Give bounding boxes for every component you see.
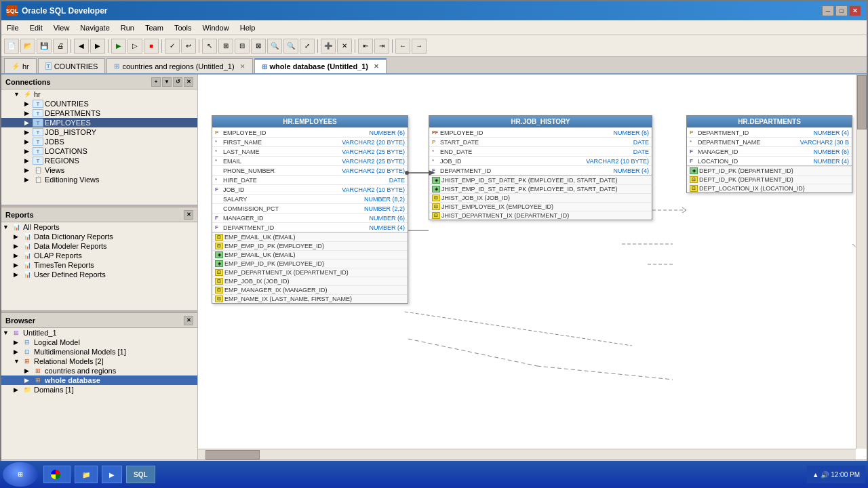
idx-row-2: ⊡ EMP_EMP_ID_PK (EMPLOYEE_ID) (212, 241, 408, 250)
jh-row-3: * END_DATE DATE (429, 146, 652, 156)
idx-unique-icon: ◈ (432, 186, 440, 192)
diagram-area[interactable]: HR.EMPLOYEES P EMPLOYEE_ID NUMBER (6) * … (198, 75, 867, 460)
tree-item-locations[interactable]: ▶ T LOCATIONS (1, 146, 197, 156)
taskbar-media[interactable]: ▶ (102, 466, 122, 483)
tree-item-departments[interactable]: ▶ T DEPARTMENTS (1, 108, 197, 118)
nav-back[interactable]: ← (395, 39, 410, 54)
tab-hr[interactable]: ⚡ hr (4, 58, 37, 73)
nav-prev[interactable]: ⇤ (358, 39, 373, 54)
save-button[interactable]: 💾 (37, 39, 52, 54)
tab-countries-regions[interactable]: ⊞ countries and regions (Untitled_1) ✕ (106, 58, 252, 73)
field-type: NUMBER (2,2) (364, 205, 405, 212)
open-button[interactable]: 📂 (20, 39, 35, 54)
emp-indexes: ⊡ EMP_EMAIL_UK (EMAIL) ⊡ EMP_EMP_ID_PK (… (212, 232, 408, 303)
label-views: Views (45, 166, 64, 174)
horizontal-scrollbar[interactable] (198, 449, 856, 460)
scroll-thumb-vertical[interactable] (857, 75, 867, 129)
start-button[interactable]: ⊞ (3, 462, 38, 487)
new-button[interactable]: 📄 (4, 39, 19, 54)
reports-close-icon[interactable]: ✕ (184, 210, 193, 220)
tree-item-countries-and-regions[interactable]: ▶ ⊞ countries and regions (1, 366, 197, 375)
run-script-button[interactable]: ▷ (127, 39, 142, 54)
connections-add-icon[interactable]: + (151, 77, 161, 87)
table-icon-regions: T (33, 157, 43, 165)
browser-close-icon[interactable]: ✕ (184, 316, 193, 325)
tree-item-domains[interactable]: ▶ 📁 Domains [1] (1, 385, 197, 394)
tab-close-icon-1[interactable]: ✕ (240, 63, 245, 70)
print-button[interactable]: 🖨 (53, 39, 68, 54)
tree-item-hr[interactable]: ▼ ⚡ hr (1, 89, 197, 99)
scroll-thumb-horizontal[interactable] (205, 450, 260, 460)
zoom-out-tool[interactable]: 🔍 (283, 39, 298, 54)
table-tool[interactable]: ⊟ (235, 39, 250, 54)
commit-button[interactable]: ✓ (165, 39, 180, 54)
back-button[interactable]: ◀ (74, 39, 89, 54)
tree-item-job-history[interactable]: ▶ T JOB_HISTORY (1, 127, 197, 137)
tree-item-regions[interactable]: ▶ T REGIONS (1, 156, 197, 165)
title-bar: SQL Oracle SQL Developer ─ □ ✕ (1, 1, 867, 20)
tree-item-multidim-models[interactable]: ▶ ⊡ Multidimensional Models [1] (1, 347, 197, 357)
forward-button[interactable]: ▶ (90, 39, 105, 54)
fit-tool[interactable]: ⤢ (300, 39, 315, 54)
tree-item-untitled1[interactable]: ▼ ⊞ Untitled_1 (1, 328, 197, 338)
tree-item-jobs[interactable]: ▶ T JOBS (1, 137, 197, 146)
menu-view[interactable]: View (48, 22, 75, 33)
window-title: Oracle SQL Developer (22, 6, 822, 16)
tree-item-all-reports[interactable]: ▼ 📊 All Reports (1, 222, 197, 232)
stop-button[interactable]: ■ (144, 39, 159, 54)
tree-item-relational-models[interactable]: ▼ ⊞ Relational Models [2] (1, 357, 197, 366)
rollback-button[interactable]: ↩ (181, 39, 196, 54)
zoom-in-tool[interactable]: 🔍 (267, 39, 282, 54)
tree-item-timesten-reports[interactable]: ▶ 📊 TimesTen Reports (1, 260, 197, 270)
select-tool[interactable]: ⊞ (218, 39, 233, 54)
idx-label: JHIST_EMP_ID_ST_DATE_PK (EMPLOYEE_ID, ST… (441, 177, 617, 184)
minimize-button[interactable]: ─ (822, 5, 834, 16)
tree-item-countries[interactable]: ▶ T COUNTRIES (1, 99, 197, 108)
nav-next[interactable]: ⇥ (374, 39, 389, 54)
maximize-button[interactable]: □ (835, 5, 848, 16)
tree-item-olap-reports[interactable]: ▶ 📊 OLAP Reports (1, 251, 197, 260)
taskbar-explorer[interactable]: 📁 (75, 466, 98, 483)
idx-label: EMP_EMP_ID_PK (EMPLOYEE_ID) (224, 243, 324, 249)
tree-item-data-modeler-reports[interactable]: ▶ 📊 Data Modeler Reports (1, 241, 197, 251)
tab-close-icon-2[interactable]: ✕ (374, 63, 379, 70)
arrow: ▶ (24, 148, 33, 155)
main-content: Connections + ▼ ↺ ✕ ▼ ⚡ hr (1, 75, 867, 460)
disconnect-tool[interactable]: ✕ (337, 39, 352, 54)
tab-whole-database[interactable]: ⊞ whole database (Untitled_1) ✕ (254, 58, 387, 73)
vertical-scrollbar[interactable] (856, 75, 867, 449)
menu-team[interactable]: Team (140, 22, 169, 33)
menu-help[interactable]: Help (235, 22, 261, 33)
connections-filter-icon[interactable]: ▼ (162, 77, 172, 87)
idx-label: DEPT_ID_PK (DEPARTMENT_ID) (699, 176, 793, 183)
dept-idx-row-2: ⊡ DEPT_ID_PK (DEPARTMENT_ID) (687, 175, 852, 184)
tree-item-editioning-views[interactable]: ▶ 📋 Editioning Views (1, 175, 197, 184)
menu-navigate[interactable]: Navigate (75, 22, 115, 33)
tab-countries[interactable]: T COUNTRIES (38, 58, 106, 73)
menu-file[interactable]: File (1, 22, 24, 33)
close-button[interactable]: ✕ (849, 5, 861, 16)
tree-item-user-reports[interactable]: ▶ 📊 User Defined Reports (1, 270, 197, 279)
menu-run[interactable]: Run (115, 22, 140, 33)
taskbar-tray: ▲ 🔊 12:00 PM (807, 466, 865, 483)
svg-line-10 (408, 339, 537, 366)
tree-item-views[interactable]: ▶ 📋 Views (1, 165, 197, 175)
connections-refresh-icon[interactable]: ↺ (173, 77, 182, 87)
taskbar-oracle[interactable]: SQL (126, 466, 155, 483)
tree-item-logical-model[interactable]: ▶ ⊟ Logical Model (1, 338, 197, 347)
nav-forward[interactable]: → (412, 39, 427, 54)
tree-item-employees[interactable]: ▶ T EMPLOYEES (1, 118, 197, 127)
idx-label: EMP_EMAIL_UK (EMAIL) (224, 234, 296, 241)
menu-edit[interactable]: Edit (24, 22, 48, 33)
menu-window[interactable]: Window (197, 22, 235, 33)
menu-tools[interactable]: Tools (169, 22, 197, 33)
tab-bar: ⚡ hr T COUNTRIES ⊞ countries and regions… (1, 57, 867, 75)
tree-item-whole-database[interactable]: ▶ ⊞ whole database (1, 375, 197, 385)
tree-item-data-dict-reports[interactable]: ▶ 📊 Data Dictionary Reports (1, 232, 197, 241)
run-button[interactable]: ▶ (111, 39, 126, 54)
add-conn-tool[interactable]: ➕ (321, 39, 336, 54)
taskbar-chrome[interactable] (43, 466, 71, 483)
view-tool[interactable]: ⊠ (251, 39, 266, 54)
connections-close-icon[interactable]: ✕ (184, 77, 193, 87)
cursor-tool[interactable]: ↖ (202, 39, 217, 54)
